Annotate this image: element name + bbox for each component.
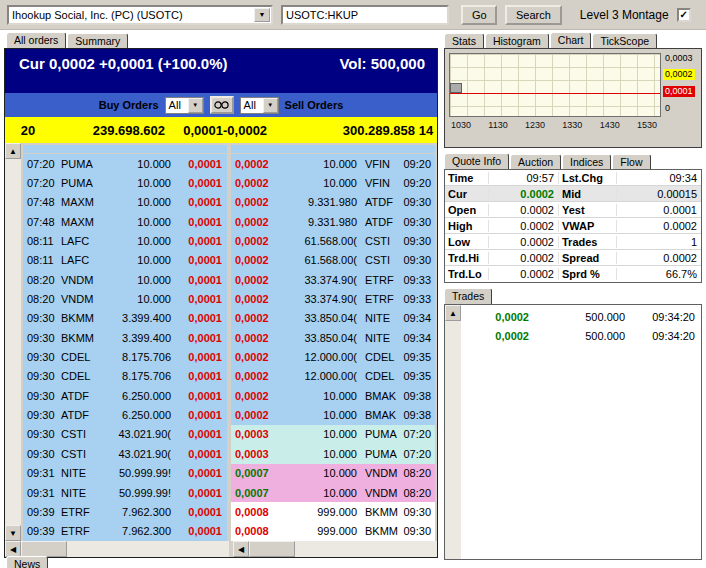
chevron-down-icon[interactable]: ▼	[254, 8, 270, 22]
scrollbar-thumb[interactable]	[249, 541, 295, 557]
order-row[interactable]: 09:30ATDF6.250.0000,00010,000210.000BMAK…	[23, 405, 437, 424]
sell-filter-select[interactable]: All ▼	[240, 97, 279, 114]
buy-order[interactable]: 09:30CDEL8.175.7060,0001	[23, 347, 227, 366]
trade-row[interactable]: 0,0002500.00009:34:20	[461, 307, 701, 326]
tab-summary[interactable]: Summary	[67, 33, 128, 48]
tab-tickscope[interactable]: TickScope	[592, 33, 657, 48]
order-row[interactable]: 07:20PUMA10.0000,00010,000210.000VFIN09:…	[23, 173, 437, 192]
order-row[interactable]: 09:30CDEL8.175.7060,00010,000212.000.00(…	[23, 367, 437, 386]
order-row[interactable]: 07:48MAXM10.0000,00010,00029.331.980ATDF…	[23, 193, 437, 212]
buy-filter-select[interactable]: All ▼	[165, 97, 204, 114]
orderbook-vscrollbar[interactable]: ▲ ▼	[5, 143, 21, 541]
buy-order[interactable]: 08:20VNDM10.0000,0001	[23, 289, 227, 308]
buy-order[interactable]: 09:30ATDF6.250.0000,0001	[23, 405, 227, 424]
buy-order[interactable]: 07:48MAXM10.0000,0001	[23, 193, 227, 212]
order-row[interactable]: 09:30CDEL8.175.7060,00010,000212.000.00(…	[23, 347, 437, 366]
tab-all-orders[interactable]: All orders	[6, 32, 66, 48]
order-row[interactable]: 09:39ETRF7.962.3000,00010,0008999.000BKM…	[23, 522, 437, 541]
sell-order[interactable]: 0,0008999.000BKMM09:30	[231, 522, 435, 541]
sell-order[interactable]: 0,00029.331.980ATDF09:30	[231, 193, 435, 212]
buy-order[interactable]: 07:20PUMA10.0000,0001	[23, 154, 227, 173]
scrollbar-track[interactable]	[5, 159, 21, 525]
go-button[interactable]: Go	[461, 5, 497, 25]
sell-order[interactable]: 0,000310.000PUMA07:20	[231, 444, 435, 463]
order-row[interactable]: 09:30BKMM3.399.4000,00010,000233.850.04(…	[23, 309, 437, 328]
buy-order[interactable]: 08:11LAFC10.0000,0001	[23, 231, 227, 250]
chevron-down-icon[interactable]: ▼	[188, 98, 203, 113]
sell-hscrollbar[interactable]: ◀	[233, 541, 437, 557]
order-row[interactable]: 08:20VNDM10.0000,00010,000233.374.90(ETR…	[23, 270, 437, 289]
buy-order[interactable]: 09:30ATDF6.250.0000,0001	[23, 386, 227, 405]
buy-order[interactable]: 08:20VNDM10.0000,0001	[23, 270, 227, 289]
buy-order[interactable]: 09:31NITE50.999.99!0,0001	[23, 464, 227, 483]
sell-order[interactable]: 0,000710.000VNDM08:20	[231, 483, 435, 502]
order-row[interactable]: 09:30ATDF6.250.0000,00010,000210.000BMAK…	[23, 386, 437, 405]
sell-order[interactable]: 0,0008999.000BKMM09:30	[231, 502, 435, 521]
scrollbar-track[interactable]	[445, 321, 461, 559]
scroll-up-icon[interactable]: ▲	[5, 143, 21, 159]
sell-order[interactable]: 0,000210.000BMAK09:38	[231, 386, 435, 405]
scroll-left-icon[interactable]: ◀	[5, 541, 21, 557]
scroll-down-icon[interactable]: ▼	[5, 525, 21, 541]
sell-order[interactable]: 0,000310.000PUMA07:20	[231, 425, 435, 444]
order-row[interactable]: 09:30CSTI43.021.90(0,00010,000310.000PUM…	[23, 444, 437, 463]
sell-order[interactable]: 0,000233.850.04(NITE09:34	[231, 309, 435, 328]
order-row[interactable]: 09:31NITE50.999.99!0,00010,000710.000VND…	[23, 464, 437, 483]
tab-auction[interactable]: Auction	[510, 154, 561, 169]
symbol-input[interactable]	[281, 5, 449, 25]
scroll-left-icon[interactable]: ◀	[233, 541, 249, 557]
tab-trades[interactable]: Trades	[444, 288, 492, 304]
symbol-select[interactable]: Ihookup Social, Inc. (PC) (USOTC) ▼	[7, 5, 273, 25]
trades-vscrollbar[interactable]: ▲	[445, 305, 461, 559]
buy-order[interactable]: 09:30BKMM3.399.4000,0001	[23, 328, 227, 347]
trade-row[interactable]: 0,0002500.00009:34:20	[461, 326, 701, 345]
scrollbar-track[interactable]	[67, 541, 229, 557]
order-row[interactable]: 08:20VNDM10.0000,00010,000233.374.90(ETR…	[23, 289, 437, 308]
buy-order[interactable]: 07:20PUMA10.0000,0001	[23, 173, 227, 192]
sell-order[interactable]: 0,000212.000.00(CDEL09:35	[231, 367, 435, 386]
level3-montage-checkbox[interactable]: ✓	[677, 8, 691, 22]
order-row[interactable]: 07:20PUMA10.0000,00010,000210.000VFIN09:…	[23, 154, 437, 173]
scrollbar-thumb[interactable]	[21, 541, 67, 557]
tab-indices[interactable]: Indices	[562, 154, 611, 169]
order-row[interactable]: 09:30CSTI43.021.90(0,00010,000310.000PUM…	[23, 425, 437, 444]
binoculars-button[interactable]	[210, 96, 234, 114]
buy-order[interactable]: 07:48MAXM10.0000,0001	[23, 212, 227, 231]
order-row[interactable]: 09:39ETRF7.962.3000,00010,0008999.000BKM…	[23, 502, 437, 521]
buy-order[interactable]: 09:31NITE50.999.99!0,0001	[23, 483, 227, 502]
chevron-down-icon[interactable]: ▼	[263, 98, 278, 113]
sell-order[interactable]: 0,000710.000VNDM08:20	[231, 464, 435, 483]
buy-order[interactable]: 09:30CDEL8.175.7060,0001	[23, 367, 227, 386]
buy-hscrollbar[interactable]: ◀	[5, 541, 229, 557]
sell-order[interactable]: 0,000212.000.00(CDEL09:35	[231, 347, 435, 366]
tab-histogram[interactable]: Histogram	[485, 33, 549, 48]
tab-flow[interactable]: Flow	[612, 154, 650, 169]
tab-news[interactable]: News	[6, 556, 48, 568]
order-row[interactable]: 09:31NITE50.999.99!0,00010,000710.000VND…	[23, 483, 437, 502]
sell-order[interactable]: 0,000261.568.00(CSTI09:30	[231, 231, 435, 250]
sell-order[interactable]: 0,000233.374.90(ETRF09:33	[231, 289, 435, 308]
sell-order[interactable]: 0,000261.568.00(CSTI09:30	[231, 251, 435, 270]
buy-order[interactable]: 09:39ETRF7.962.3000,0001	[23, 502, 227, 521]
order-row[interactable]: 08:11LAFC10.0000,00010,000261.568.00(CST…	[23, 231, 437, 250]
sell-order[interactable]: 0,00029.331.980ATDF09:30	[231, 212, 435, 231]
sell-order[interactable]: 0,000210.000VFIN09:20	[231, 154, 435, 173]
scroll-up-icon[interactable]: ▲	[445, 305, 461, 321]
buy-order[interactable]: 09:30CSTI43.021.90(0,0001	[23, 444, 227, 463]
tab-stats[interactable]: Stats	[444, 33, 484, 48]
sell-order[interactable]: 0,000210.000VFIN09:20	[231, 173, 435, 192]
order-row[interactable]: 07:48MAXM10.0000,00010,00029.331.980ATDF…	[23, 212, 437, 231]
buy-order[interactable]: 09:39ETRF7.962.3000,0001	[23, 522, 227, 541]
buy-order[interactable]: 09:30CSTI43.021.90(0,0001	[23, 425, 227, 444]
tab-quote-info[interactable]: Quote Info	[444, 153, 509, 169]
buy-order[interactable]: 09:30BKMM3.399.4000,0001	[23, 309, 227, 328]
buy-order[interactable]: 08:11LAFC10.0000,0001	[23, 251, 227, 270]
tab-chart[interactable]: Chart	[550, 32, 592, 48]
search-button[interactable]: Search	[505, 5, 562, 25]
sell-order[interactable]: 0,000210.000BMAK09:38	[231, 405, 435, 424]
scrollbar-track[interactable]	[295, 541, 437, 557]
order-row[interactable]: 09:30BKMM3.399.4000,00010,000233.850.04(…	[23, 328, 437, 347]
order-row[interactable]: 08:11LAFC10.0000,00010,000261.568.00(CST…	[23, 251, 437, 270]
sell-order[interactable]: 0,000233.850.04(NITE09:34	[231, 328, 435, 347]
sell-order[interactable]: 0,000233.374.90(ETRF09:33	[231, 270, 435, 289]
